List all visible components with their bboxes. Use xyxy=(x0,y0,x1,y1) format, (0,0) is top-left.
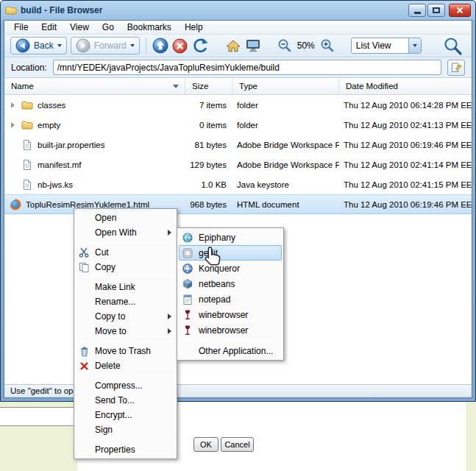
zoom-out-icon xyxy=(277,38,292,53)
toolbar: Back Forward xyxy=(4,35,472,57)
menu-separator xyxy=(76,341,175,341)
close-button[interactable] xyxy=(449,4,471,17)
menu-item-label: Move to Trash xyxy=(95,346,151,356)
menu-edit[interactable]: Edit xyxy=(35,21,63,34)
menu-file[interactable]: File xyxy=(7,21,35,34)
menu-item-open[interactable]: Open xyxy=(74,210,177,225)
zoom-out-button[interactable] xyxy=(277,38,292,53)
menu-item-make-link[interactable]: Make Link xyxy=(74,280,177,294)
file-icon xyxy=(21,139,33,151)
reload-button[interactable] xyxy=(191,38,209,54)
menu-bar: File Edit View Go Bookmarks Help xyxy=(4,21,472,35)
trash-icon xyxy=(78,345,90,357)
background-text-field[interactable] xyxy=(0,407,76,426)
file-icon xyxy=(21,159,33,171)
column-type[interactable]: Type xyxy=(232,78,339,94)
column-name[interactable]: Name xyxy=(4,78,185,94)
view-mode-select[interactable]: List View xyxy=(351,38,422,54)
menu-item-label: Cut xyxy=(95,247,109,258)
location-edit-button[interactable] xyxy=(447,60,465,76)
file-type: folder xyxy=(232,121,339,130)
cancel-button[interactable]: Cancel xyxy=(221,437,254,452)
column-modified[interactable]: Date Modified xyxy=(339,78,472,94)
gedit-icon xyxy=(182,247,193,259)
forward-history-dropdown-icon[interactable] xyxy=(130,44,135,47)
ok-button[interactable]: OK xyxy=(193,437,219,452)
view-mode-dropdown[interactable] xyxy=(408,38,421,53)
back-button[interactable]: Back xyxy=(10,37,67,54)
menu-item-properties[interactable]: Properties xyxy=(74,442,177,457)
notepad-icon xyxy=(182,294,193,305)
zoom-in-button[interactable] xyxy=(320,38,335,53)
column-size[interactable]: Size xyxy=(185,78,232,94)
home-button[interactable] xyxy=(225,39,241,53)
expander-icon[interactable] xyxy=(8,122,17,128)
menu-item-delete[interactable]: Delete xyxy=(74,358,177,373)
menu-item-send-to[interactable]: Send To... xyxy=(74,393,177,408)
submenu-item-konqueror[interactable]: Konqueror xyxy=(179,261,282,276)
epiphany-icon xyxy=(182,232,193,244)
table-row[interactable]: nb-jws.ks 1.0 KB Java keystore Thu 12 Au… xyxy=(4,174,472,194)
close-icon xyxy=(456,7,463,14)
table-row[interactable]: manifest.mf 129 bytes Adobe Bridge Works… xyxy=(4,155,472,174)
menu-view[interactable]: View xyxy=(63,21,96,34)
menu-item-move-to-trash[interactable]: Move to Trash xyxy=(74,344,177,358)
folder-icon xyxy=(21,99,33,111)
menu-item-move-to[interactable]: Move to xyxy=(74,324,177,339)
stop-button[interactable] xyxy=(172,38,188,54)
table-row[interactable]: classes 7 items folder Thu 12 Aug 2010 0… xyxy=(4,95,472,115)
menu-item-copy-to[interactable]: Copy to xyxy=(74,309,177,324)
location-bar: Location: xyxy=(4,57,472,78)
submenu-item-winebrowser-2[interactable]: winebrowser xyxy=(179,322,282,338)
computer-button[interactable] xyxy=(245,38,261,53)
status-text: Use "gedit" to open xyxy=(10,386,82,395)
file-name: manifest.mf xyxy=(38,160,81,169)
menu-item-compress[interactable]: Compress... xyxy=(74,378,177,393)
menu-item-encrypt[interactable]: Encrypt... xyxy=(74,408,177,422)
submenu-item-label: notepad xyxy=(199,294,230,305)
file-list: classes 7 items folder Thu 12 Aug 2010 0… xyxy=(4,95,472,214)
minimize-button[interactable] xyxy=(408,4,426,17)
back-icon xyxy=(15,38,30,53)
table-row[interactable]: empty 0 items folder Thu 12 Aug 2010 02:… xyxy=(4,115,472,135)
menu-item-sign[interactable]: Sign xyxy=(74,422,177,437)
table-row[interactable]: built-jar.properties 81 bytes Adobe Brid… xyxy=(4,135,472,155)
up-button[interactable] xyxy=(152,38,168,54)
column-name-label: Name xyxy=(11,82,34,91)
menu-item-open-with[interactable]: Open With xyxy=(74,225,177,240)
file-modified: Thu 12 Aug 2010 02:41:14 PM EEST xyxy=(339,160,472,169)
menu-item-cut[interactable]: Cut xyxy=(74,245,177,260)
menu-go[interactable]: Go xyxy=(96,21,121,34)
menu-item-rename[interactable]: Rename... xyxy=(74,294,177,309)
file-size: 1.0 KB xyxy=(185,180,232,189)
maximize-button[interactable] xyxy=(427,4,445,17)
file-name: TopluResimResimYukleme1.html xyxy=(26,200,149,209)
menu-help[interactable]: Help xyxy=(178,21,210,34)
submenu-item-netbeans[interactable]: netbeans xyxy=(179,276,282,291)
back-history-dropdown-icon[interactable] xyxy=(57,44,62,47)
menu-bookmarks[interactable]: Bookmarks xyxy=(121,21,178,34)
submenu-item-epiphany[interactable]: Epiphany xyxy=(179,230,282,245)
submenu-item-label: winebrowser xyxy=(199,310,248,320)
file-name: built-jar.properties xyxy=(38,141,104,149)
menu-item-label: Delete xyxy=(95,361,121,371)
search-button[interactable] xyxy=(443,36,463,56)
file-modified: Thu 12 Aug 2010 02:41:15 PM EEST xyxy=(339,180,472,189)
submenu-item-winebrowser-1[interactable]: winebrowser xyxy=(179,307,282,322)
chevron-down-icon xyxy=(413,44,417,47)
submenu-item-other-application[interactable]: Other Application... xyxy=(179,343,282,358)
expander-icon[interactable] xyxy=(8,102,17,108)
konqueror-icon xyxy=(182,263,193,275)
cut-icon xyxy=(78,247,90,258)
submenu-item-notepad[interactable]: notepad xyxy=(179,291,282,307)
firefox-html-icon xyxy=(10,199,21,210)
submenu-item-gedit[interactable]: gedit xyxy=(179,245,282,261)
submenu-item-label: Other Application... xyxy=(199,346,273,356)
forward-button[interactable]: Forward xyxy=(71,37,140,54)
toolbar-separator xyxy=(146,38,146,54)
file-modified: Thu 12 Aug 2010 02:41:13 PM EEST xyxy=(339,121,472,130)
location-input[interactable] xyxy=(53,60,441,75)
title-bar[interactable]: build - File Browser xyxy=(1,1,475,20)
wine-icon xyxy=(182,325,193,336)
menu-item-copy[interactable]: Copy xyxy=(74,260,177,275)
